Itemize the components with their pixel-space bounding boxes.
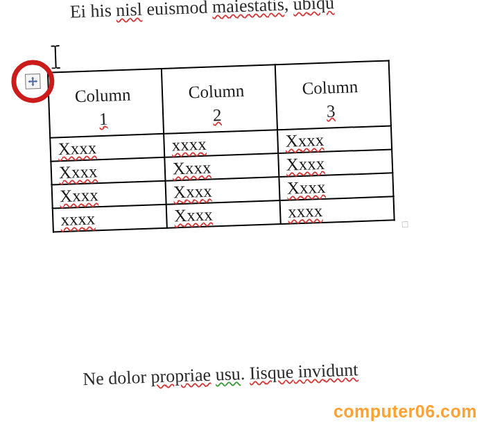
cell-text: Xxxx	[286, 177, 325, 197]
text-fragment: Ei his	[69, 0, 116, 21]
cell-text: Xxxx	[58, 162, 97, 182]
text-fragment: Ne dolor	[83, 366, 151, 388]
cell-text: Xxxx	[58, 138, 96, 158]
document-table[interactable]: Column1 Column2 Column3 Xxxx xxxx Xxxx X…	[47, 60, 395, 232]
text-fragment: euismod	[141, 0, 212, 19]
cell-text: Xxxx	[172, 157, 211, 178]
cell-text: Xxxx	[285, 130, 324, 150]
grammar-word: usu	[215, 363, 241, 384]
annotation-circle	[10, 59, 55, 103]
header-num: 3	[284, 98, 378, 124]
cell-text: xxxx	[288, 200, 323, 221]
table-cell[interactable]: xxxx	[53, 204, 167, 232]
table-cell[interactable]: Xxxx	[50, 133, 164, 161]
table-header-cell[interactable]: Column2	[162, 64, 277, 133]
header-num: 1	[57, 105, 150, 132]
table-cell[interactable]: Xxxx	[52, 180, 166, 208]
table-cell[interactable]: Xxxx	[277, 126, 392, 153]
cell-text: Xxxx	[173, 181, 212, 201]
cell-text: xxxx	[171, 134, 207, 154]
table-cell[interactable]: Xxxx	[164, 153, 279, 181]
misspelled-word: propriae	[150, 364, 211, 386]
table-cell[interactable]: Xxxx	[278, 149, 392, 177]
table-header-cell[interactable]: Column1	[48, 69, 164, 137]
misspelled-word: ubiqu	[293, 0, 334, 14]
table-cell[interactable]: Xxxx	[165, 177, 279, 205]
misspelled-word: Iisque	[249, 361, 294, 383]
table-cell[interactable]: xxxx	[280, 196, 395, 224]
header-label: Column	[188, 81, 244, 102]
table-end-marker: □	[402, 218, 408, 229]
table-cell[interactable]: xxxx	[164, 130, 278, 157]
text-fragment: ,	[284, 0, 293, 15]
table-cell[interactable]: Xxxx	[166, 200, 281, 228]
body-text-top: Ei his nisl euismod maiestatis, ubiqu	[0, 0, 478, 25]
watermark-text: computer06.com	[334, 402, 477, 422]
move-icon	[28, 76, 37, 86]
misspelled-word: maiestatis	[211, 0, 284, 17]
header-label: Column	[302, 77, 358, 98]
table-header-row: Column1 Column2 Column3	[48, 61, 391, 138]
misspelled-word: nisl	[116, 0, 143, 20]
cell-text: xxxx	[60, 209, 96, 229]
header-num: 2	[171, 102, 264, 128]
table-move-handle[interactable]	[25, 74, 41, 89]
cell-text: Xxxx	[60, 185, 98, 205]
table-header-cell[interactable]: Column3	[275, 61, 391, 130]
misspelled-word: invidunt	[293, 359, 358, 381]
cell-text: Xxxx	[286, 153, 325, 173]
table-cell[interactable]: Xxxx	[279, 173, 393, 200]
table-cell[interactable]: Xxxx	[51, 157, 165, 184]
body-text-bottom: Ne dolor propriae usu. Iisque invidunt	[6, 354, 484, 392]
header-label: Column	[74, 85, 130, 106]
cell-text: Xxxx	[174, 205, 213, 225]
